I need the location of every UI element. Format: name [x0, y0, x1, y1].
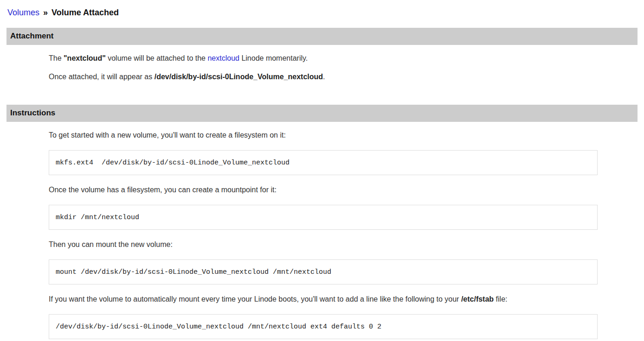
attachment-section-body: The "nextcloud" volume will be attached …: [49, 54, 644, 81]
attachment-device-text-post: .: [323, 73, 325, 81]
fstab-file-path: /etc/fstab: [461, 295, 494, 303]
attachment-status-text: The "nextcloud" volume will be attached …: [49, 54, 644, 63]
breadcrumb-separator-icon: »: [43, 8, 48, 17]
device-path: /dev/disk/by-id/scsi-0Linode_Volume_next…: [155, 73, 323, 81]
nextcloud-linode-link[interactable]: nextcloud: [207, 54, 239, 62]
step-fstab-text: If you want the volume to automatically …: [49, 295, 644, 303]
attachment-status-text-pre: The: [49, 54, 64, 62]
volume-name: "nextcloud": [64, 54, 106, 62]
breadcrumb: Volumes » Volume Attached: [0, 0, 644, 18]
attachment-section-header: Attachment: [6, 28, 638, 45]
breadcrumb-current-page: Volume Attached: [52, 8, 119, 17]
attachment-device-text-pre: Once attached, it will appear as: [49, 73, 155, 81]
instructions-section-header: Instructions: [6, 105, 638, 122]
attachment-status-text-mid: volume will be attached to the: [106, 54, 208, 62]
instructions-section-body: To get started with a new volume, you'll…: [49, 131, 644, 339]
instructions-section: Instructions To get started with a new v…: [0, 105, 644, 339]
code-fstab-line: /dev/disk/by-id/scsi-0Linode_Volume_next…: [56, 323, 381, 331]
step-fstab-text-post: file:: [494, 295, 507, 303]
code-mount-command: mount /dev/disk/by-id/scsi-0Linode_Volum…: [56, 268, 331, 276]
code-block-mount: mount /dev/disk/by-id/scsi-0Linode_Volum…: [49, 259, 598, 284]
step-create-mountpoint-text: Once the volume has a filesystem, you ca…: [49, 186, 644, 194]
code-block-mkdir: mkdir /mnt/nextcloud: [49, 205, 598, 230]
code-block-mkfs: mkfs.ext4 /dev/disk/by-id/scsi-0Linode_V…: [49, 150, 598, 175]
step-mount-volume-text: Then you can mount the new volume:: [49, 240, 644, 249]
code-mkfs-command: mkfs.ext4 /dev/disk/by-id/scsi-0Linode_V…: [56, 159, 290, 167]
attachment-status-text-post: Linode momentarily.: [239, 54, 308, 62]
breadcrumb-volumes-link[interactable]: Volumes: [7, 8, 39, 17]
attachment-section: Attachment The "nextcloud" volume will b…: [0, 28, 644, 81]
attachment-device-text: Once attached, it will appear as /dev/di…: [49, 73, 644, 81]
code-block-fstab: /dev/disk/by-id/scsi-0Linode_Volume_next…: [49, 314, 598, 339]
step-create-filesystem-text: To get started with a new volume, you'll…: [49, 131, 644, 139]
step-fstab-text-pre: If you want the volume to automatically …: [49, 295, 461, 303]
code-mkdir-command: mkdir /mnt/nextcloud: [56, 214, 139, 221]
